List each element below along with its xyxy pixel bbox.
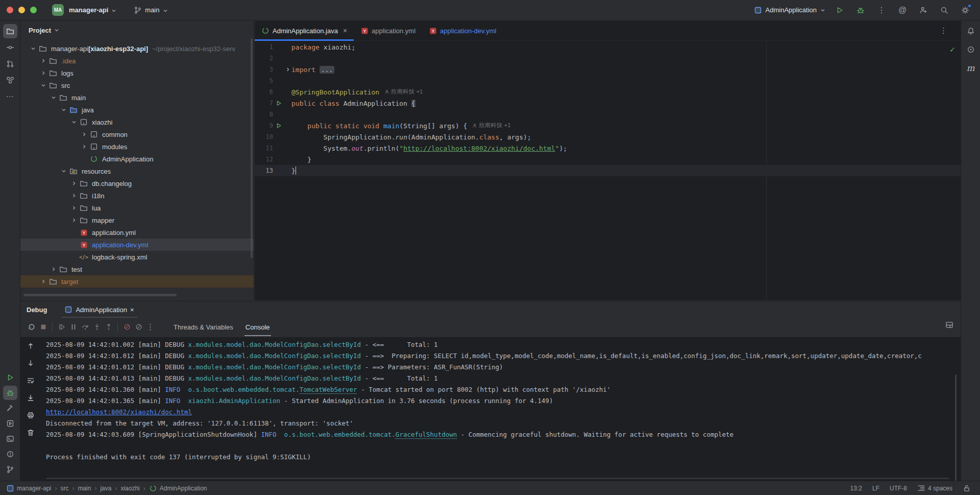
- breadcrumb-item-java[interactable]: java: [100, 485, 111, 492]
- tree-item-resources[interactable]: resources: [20, 165, 254, 177]
- chevron-down-icon[interactable]: [29, 46, 38, 51]
- services-tool-icon[interactable]: [3, 416, 17, 431]
- structure-tool-icon[interactable]: [3, 73, 17, 87]
- tree-item-common[interactable]: common: [20, 128, 254, 140]
- console-scrollbar-horizontal[interactable]: [46, 478, 949, 479]
- tree-item-.idea[interactable]: .idea: [20, 55, 254, 67]
- write-access-lock-icon[interactable]: [963, 484, 971, 492]
- chevron-right-icon[interactable]: [69, 193, 79, 198]
- chevron-right-icon[interactable]: [80, 132, 89, 137]
- line-separator-widget[interactable]: LF: [872, 485, 879, 492]
- rerun-icon[interactable]: [26, 321, 37, 333]
- tree-item-application-dev.yml[interactable]: Yapplication-dev.yml: [20, 239, 254, 251]
- maven-tool-icon[interactable]: m: [964, 61, 978, 75]
- project-widget[interactable]: manager-api: [69, 6, 116, 14]
- encoding-widget[interactable]: UTF-8: [890, 485, 907, 492]
- editor-tab-application-dev.yml[interactable]: Yapplication-dev.yml: [422, 21, 503, 40]
- line-number[interactable]: 6: [255, 88, 273, 96]
- chevron-down-icon[interactable]: [39, 83, 48, 88]
- editor-options-icon[interactable]: ⋮: [940, 26, 947, 35]
- editor-tab-AdminApplication.java[interactable]: AdminApplication.java×: [255, 21, 354, 40]
- tree-item-db.changelog[interactable]: db.changelog: [20, 177, 254, 190]
- more-actions-button[interactable]: ⋮: [875, 4, 888, 17]
- terminal-tool-icon[interactable]: [3, 432, 17, 446]
- tree-item-src[interactable]: src: [20, 79, 254, 91]
- soft-wrap-icon[interactable]: [24, 374, 37, 387]
- run-line-icon[interactable]: [273, 123, 284, 129]
- chevron-down-icon[interactable]: [59, 169, 68, 174]
- tree-item-lua[interactable]: lua: [20, 202, 254, 214]
- code-line-8[interactable]: 8: [255, 109, 961, 120]
- chevron-down-icon[interactable]: [49, 95, 58, 100]
- branch-widget[interactable]: main: [134, 6, 167, 14]
- code-line-9[interactable]: 9 public static void main(String[] args)…: [255, 120, 961, 131]
- chevron-down-icon[interactable]: [59, 107, 68, 112]
- tree-item-main[interactable]: main: [20, 91, 254, 104]
- step-into-icon[interactable]: [91, 321, 103, 333]
- code-line-10[interactable]: 10 SpringApplication.run(AdminApplicatio…: [255, 131, 961, 143]
- chevron-right-icon[interactable]: [69, 218, 79, 223]
- line-number[interactable]: 1: [255, 43, 273, 51]
- fullscreen-window-button[interactable]: [30, 7, 37, 13]
- breadcrumb-item-manager-api[interactable]: manager-api: [6, 484, 51, 492]
- mute-breakpoints-icon[interactable]: [121, 321, 133, 333]
- tree-item-i18n[interactable]: i18n: [20, 190, 254, 202]
- project-tool-icon[interactable]: [3, 24, 17, 38]
- clear-console-icon[interactable]: [24, 427, 37, 439]
- tree-item-AdminApplication[interactable]: AdminApplication: [20, 153, 254, 165]
- line-number[interactable]: 2: [255, 55, 273, 62]
- code-line-5[interactable]: 5: [255, 75, 961, 86]
- line-number[interactable]: 5: [255, 77, 273, 84]
- indent-widget[interactable]: 4 spaces: [917, 484, 952, 492]
- console-link[interactable]: http://localhost:8002/xiaozhi/doc.html: [46, 408, 192, 416]
- up-stack-icon[interactable]: [24, 340, 37, 352]
- tree-item-mapper[interactable]: mapper: [20, 214, 254, 226]
- debug-view-tab-Console[interactable]: Console: [239, 318, 276, 336]
- close-icon[interactable]: ×: [343, 27, 347, 35]
- chevron-right-icon[interactable]: [80, 144, 89, 149]
- debug-button[interactable]: [854, 4, 867, 17]
- breadcrumb-item-AdminApplication[interactable]: AdminApplication: [149, 484, 207, 492]
- debug-tool-icon[interactable]: [3, 386, 17, 400]
- more-tools-icon[interactable]: ⋯: [3, 89, 17, 104]
- line-number[interactable]: 11: [255, 145, 273, 152]
- line-number[interactable]: 13: [255, 167, 273, 174]
- code-line-11[interactable]: 11 System.out.println("http://localhost:…: [255, 143, 961, 154]
- tree-item-modules[interactable]: modules: [20, 140, 254, 153]
- chevron-right-icon[interactable]: [69, 205, 79, 210]
- run-tool-icon[interactable]: [3, 370, 17, 385]
- tree-item-xiaozhi[interactable]: xiaozhi: [20, 116, 254, 128]
- tree-item-java[interactable]: java: [20, 104, 254, 116]
- pull-requests-tool-icon[interactable]: [3, 57, 17, 71]
- step-out-icon[interactable]: [103, 321, 114, 333]
- code-line-1[interactable]: 1package xiaozhi;: [255, 41, 961, 53]
- breadcrumb-item-src[interactable]: src: [60, 485, 68, 492]
- ai-assistant-icon[interactable]: [964, 42, 978, 57]
- step-over-icon[interactable]: [79, 321, 91, 333]
- breadcrumb-item-main[interactable]: main: [78, 485, 91, 492]
- tree-item-manager-api[interactable]: manager-api [xiaozhi-esp32-api]~/project…: [20, 42, 254, 55]
- search-everywhere-button[interactable]: [938, 4, 951, 17]
- run-configuration-widget[interactable]: AdminApplication: [754, 6, 825, 14]
- minimize-window-button[interactable]: [18, 7, 25, 13]
- problems-tool-icon[interactable]: [3, 447, 17, 461]
- chevron-right-icon[interactable]: [39, 279, 48, 284]
- console-scrollbar-vertical[interactable]: [955, 374, 957, 495]
- build-tool-icon[interactable]: [3, 401, 17, 415]
- code-line-7[interactable]: 7public class AdminApplication {: [255, 98, 961, 109]
- chevron-right-icon[interactable]: [39, 70, 48, 76]
- resume-icon[interactable]: [56, 321, 67, 333]
- version-control-tool-icon[interactable]: [3, 462, 17, 477]
- code-line-12[interactable]: 12 }: [255, 154, 961, 165]
- tree-item-target[interactable]: target: [20, 275, 254, 288]
- commit-tool-icon[interactable]: [3, 40, 17, 55]
- line-number[interactable]: 3: [255, 66, 273, 73]
- line-number[interactable]: 10: [255, 133, 273, 140]
- project-panel-header[interactable]: Project: [20, 21, 254, 39]
- print-icon[interactable]: [24, 409, 37, 421]
- notifications-bell-icon[interactable]: [964, 24, 978, 38]
- code-line-13[interactable]: 13}: [255, 165, 961, 176]
- down-stack-icon[interactable]: [24, 357, 37, 369]
- chevron-right-icon[interactable]: [49, 267, 58, 272]
- debug-session-tab[interactable]: AdminApplication ×: [61, 301, 137, 318]
